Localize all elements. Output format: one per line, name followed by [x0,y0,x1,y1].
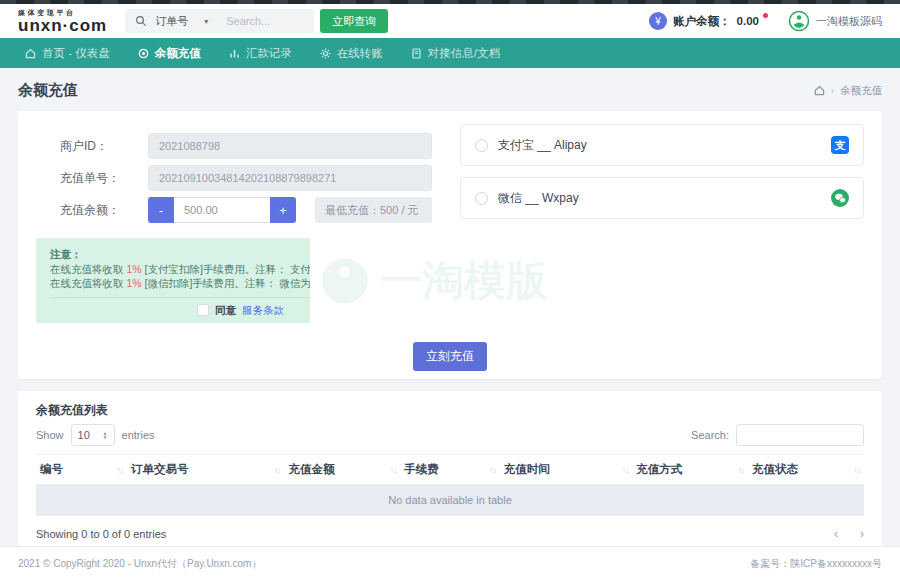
gear-icon [320,48,331,59]
nav-label: 余额充值 [155,46,201,61]
nav-item-recharge[interactable]: 余额充值 [138,46,201,61]
sort-icon: ↑↓ [117,465,124,475]
min-recharge-hint: 最低充值：500 / 元 [315,197,432,223]
nav-label: 汇款记录 [246,46,292,61]
col-header-order-no[interactable]: 订单交易号↑↓ [127,455,284,485]
col-header-amount[interactable]: 充值金额↑↓ [284,455,400,485]
partner-link[interactable]: 一淘模板源码 [788,10,882,32]
chevron-down-icon[interactable]: ▾ [204,17,208,26]
entries-summary: Showing 0 to 0 of 0 entries [36,528,166,540]
balance-label: 账户余额： [673,11,731,31]
page-head: 余额充值 › 余额充值 [0,68,900,111]
sort-icon: ↑↓ [738,465,745,475]
radio-wechat[interactable] [475,192,488,205]
payment-label: 微信 __ Wxpay [498,190,579,207]
breadcrumb: › 余额充值 [814,84,882,98]
page-size-select[interactable]: 10 ▲▼ [71,424,115,446]
agree-label: 同意 [215,303,236,318]
fee-percent: 1% [126,277,141,289]
notification-dot [763,13,768,18]
home-icon [25,48,36,59]
partner-name: 一淘模板源码 [816,14,882,29]
table-search-group: Search: [691,424,864,446]
order-search-bar: 订单号 ▾ [125,9,314,33]
col-header-fee[interactable]: 手续费↑↓ [400,455,499,485]
col-header-method[interactable]: 充值方式↑↓ [632,455,748,485]
nav-item-docs[interactable]: 对接信息/文档 [411,46,500,61]
table-search-label: Search: [691,429,729,441]
radio-alipay[interactable] [475,139,488,152]
prev-page-button[interactable]: ‹ [834,527,838,541]
brand-tagline: 媒体变现平台 [18,9,107,16]
recharge-submit-button[interactable]: 立刻充值 [413,342,487,371]
breadcrumb-home-icon[interactable] [814,85,825,96]
breadcrumb-current: 余额充值 [840,84,882,98]
table-title: 余额充值列表 [36,402,864,419]
nav-item-dashboard[interactable]: 首页 - 仪表盘 [25,46,110,61]
wechat-icon [831,189,849,207]
bar-chart-icon [229,48,240,59]
table-footer: Showing 0 to 0 of 0 entries ‹ › [36,516,864,549]
merchant-id-field: 2021088798 [148,133,432,159]
payment-option-alipay[interactable]: 支付宝 __ Alipay 支 [460,124,864,166]
search-type-select[interactable]: 订单号 [155,14,188,29]
amount-input[interactable] [174,197,270,223]
agree-checkbox[interactable] [197,304,209,316]
col-header-status[interactable]: 充值状态↑↓ [748,455,864,485]
quantity-stepper: - + [148,197,296,223]
nav-label: 在线转账 [337,46,383,61]
merchant-id-label: 商户ID： [60,133,108,159]
recharge-card: 商户ID： 2021088798 充值单号： 20210910034814202… [18,111,882,379]
order-no-field: 20210910034814202108879898271 [148,165,432,191]
yen-icon: ¥ [649,12,667,30]
nav-item-transfer[interactable]: 在线转账 [320,46,383,61]
order-no-label: 充值单号： [60,165,120,191]
show-label: Show [36,429,64,441]
sort-icon: ↑↓ [274,465,281,475]
minus-button[interactable]: - [148,197,174,223]
entries-label: entries [122,429,155,441]
select-updown-icon: ▲▼ [103,431,108,439]
document-icon [411,48,422,59]
watermark-backdrop [310,238,462,328]
page-title: 余额充值 [18,81,78,100]
sort-icon: ↑↓ [390,465,397,475]
empty-message: No data available in table [36,485,864,516]
partner-logo-icon [788,10,810,32]
main-nav: 首页 - 仪表盘 余额充值 汇款记录 在线转账 对接信息/文档 [0,38,900,68]
amount-label: 充值余额： [60,197,120,223]
table-controls: Show 10 ▲▼ entries Search: [36,424,864,446]
app-header: 媒体变现平台 unxn·com 订单号 ▾ 立即查询 ¥ 账户余额： 0.00 … [0,4,900,38]
payment-option-wechat[interactable]: 微信 __ Wxpay [460,177,864,219]
col-header-time[interactable]: 充值时间↑↓ [500,455,632,485]
account-balance-widget[interactable]: ¥ 账户余额： 0.00 [649,11,768,31]
nav-item-remittance[interactable]: 汇款记录 [229,46,292,61]
target-icon [138,48,149,59]
col-header-id[interactable]: 编号↑↓ [36,455,127,485]
brand-name: unxn·com [18,17,107,34]
sort-icon: ↑↓ [489,465,496,475]
search-icon [135,15,147,27]
recharge-list-card: 余额充值列表 Show 10 ▲▼ entries Search: 编号↑↓ 订… [18,391,882,555]
table-search-input[interactable] [736,424,864,446]
alipay-icon: 支 [831,136,849,154]
brand-logo[interactable]: 媒体变现平台 unxn·com [18,9,107,34]
nav-label: 首页 - 仪表盘 [42,46,110,61]
next-page-button[interactable]: › [860,527,864,541]
sort-icon: ↑↓ [622,465,629,475]
search-submit-button[interactable]: 立即查询 [320,9,388,33]
terms-link[interactable]: 服务条款 [242,303,284,318]
show-entries-group: Show 10 ▲▼ entries [36,424,155,446]
payment-label: 支付宝 __ Alipay [498,137,587,154]
page-footer: 2021 © CopyRight 2020 - Unxn代付（Pay.Unxn.… [0,546,900,580]
search-input[interactable] [226,15,304,27]
table-header-row: 编号↑↓ 订单交易号↑↓ 充值金额↑↓ 手续费↑↓ 充值时间↑↓ 充值方式↑↓ … [36,455,864,485]
header-right: ¥ 账户余额： 0.00 一淘模板源码 [649,10,882,32]
plus-button[interactable]: + [270,197,296,223]
icp-text: 备案号：陕ICP备xxxxxxxxx号 [750,557,882,571]
copyright-text: 2021 © CopyRight 2020 - Unxn代付（Pay.Unxn.… [18,557,261,571]
balance-value: 0.00 [737,11,759,31]
pagination: ‹ › [834,527,864,541]
fee-percent: 1% [126,263,141,275]
empty-row: No data available in table [36,485,864,516]
